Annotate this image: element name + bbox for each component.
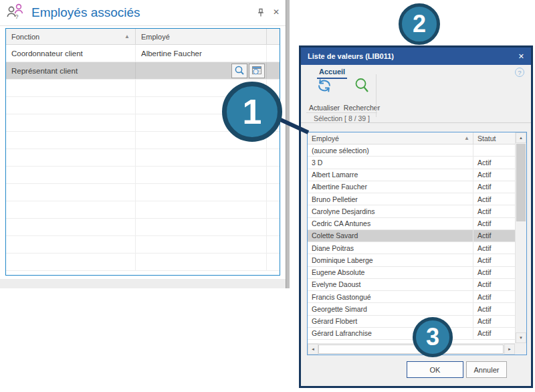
panel-title: Employés associés: [31, 5, 140, 20]
svg-text:?: ?: [15, 13, 19, 20]
table-row-empty[interactable]: [6, 167, 280, 184]
horizontal-scroll-thumb[interactable]: [318, 345, 504, 354]
group-separator: [306, 112, 377, 113]
employee-status: Actif: [473, 279, 515, 290]
table-row-empty[interactable]: [6, 149, 280, 167]
employee-name: Dominique Laberge: [308, 254, 473, 266]
employe-cell: [136, 62, 267, 79]
selection-count-label: Sélection [ 8 / 39 ]: [306, 114, 377, 122]
employee-status: Actif: [473, 291, 515, 302]
column-header-employe[interactable]: Employé ▲: [308, 132, 473, 144]
employee-status: Actif: [473, 230, 515, 241]
list-item[interactable]: Gérard LafranchiseActif: [308, 328, 515, 340]
panel-right-edge: [286, 0, 290, 288]
list-item[interactable]: Bruno PelletierActif: [308, 193, 515, 205]
vertical-scrollbar[interactable]: ▲ ▼: [515, 132, 526, 343]
magnifier-icon: [233, 65, 245, 76]
fonction-cell: Représentant client: [6, 62, 136, 79]
employee-status: Actif: [473, 181, 515, 193]
table-row-empty[interactable]: [6, 201, 280, 219]
employee-name: Evelyne Daoust: [308, 279, 473, 290]
cancel-button[interactable]: Annuler: [466, 361, 507, 378]
employee-status: Actif: [473, 157, 515, 168]
employee-status: Actif: [473, 193, 515, 205]
panel-bottom-strip: [0, 279, 286, 288]
employee-list-rows: (aucune sélection)3 DActifAlbert Lamarre…: [308, 144, 515, 343]
pin-icon[interactable]: [257, 8, 265, 20]
employee-status: Actif: [473, 316, 515, 327]
dialog-close-icon[interactable]: ✕: [518, 52, 524, 61]
employee-name: Francis Gastongué: [308, 291, 473, 302]
employee-name: Georgette Simard: [308, 303, 473, 314]
search-icon: [353, 77, 370, 94]
dialog-title: Liste de valeurs (LIB011): [308, 52, 518, 60]
employee-name: Bruno Pelletier: [308, 193, 473, 205]
refresh-icon: [316, 77, 333, 94]
scroll-down-icon[interactable]: ▼: [516, 332, 526, 343]
help-icon[interactable]: ?: [515, 68, 524, 77]
scroll-up-icon[interactable]: ▲: [516, 132, 526, 143]
table-row-selected[interactable]: Représentant client: [6, 62, 280, 80]
employee-name: Eugene Absolute: [308, 267, 473, 278]
list-item[interactable]: Colette SavardActif: [308, 230, 515, 242]
employee-name: Colette Savard: [308, 230, 473, 241]
scroll-right-icon[interactable]: ►: [504, 344, 515, 355]
list-lookup-icon: [251, 66, 263, 76]
callout-step-1: 1: [222, 82, 282, 142]
employee-name: Cedric CA Antunes: [308, 218, 473, 229]
list-item[interactable]: Gérard FlobertActif: [308, 316, 515, 328]
employee-name: Carolyne Desjardins: [308, 205, 473, 217]
employees-icon: ?: [5, 2, 25, 23]
list-item[interactable]: Eugene AbsoluteActif: [308, 267, 515, 279]
dialog-titlebar[interactable]: Liste de valeurs (LIB011) ✕: [301, 47, 531, 65]
scrollbar-corner: [515, 343, 526, 355]
list-item[interactable]: Albertine FaucherActif: [308, 181, 515, 193]
employee-status: [473, 144, 515, 156]
associated-employees-panel: ? Employés associés ✕ Fonction ▲ Employé…: [0, 0, 290, 288]
list-item[interactable]: Albert LamarreActif: [308, 169, 515, 181]
column-header-fonction[interactable]: Fonction ▲: [6, 29, 136, 44]
employee-status: Actif: [473, 169, 515, 181]
list-item[interactable]: 3 DActif: [308, 157, 515, 169]
panel-close-icon[interactable]: ✕: [273, 7, 280, 17]
refresh-button[interactable]: Actualiser: [306, 77, 342, 112]
ok-button[interactable]: OK: [407, 361, 463, 378]
list-item[interactable]: (aucune sélection): [308, 144, 515, 157]
horizontal-scrollbar[interactable]: ◄ ►: [308, 343, 515, 355]
ribbon-group-divider: [376, 74, 377, 117]
column-header-statut[interactable]: Statut: [473, 132, 515, 144]
table-row-empty[interactable]: [6, 184, 280, 201]
employee-status: Actif: [473, 218, 515, 229]
callout-step-3: 3: [413, 317, 453, 357]
employee-name: Diane Poitras: [308, 242, 473, 254]
list-header-row: Employé ▲ Statut: [308, 132, 515, 144]
list-item[interactable]: Georgette SimardActif: [308, 303, 515, 315]
callout-step-2: 2: [399, 3, 440, 45]
table-row-empty[interactable]: [6, 254, 280, 271]
employee-name: 3 D: [308, 157, 473, 168]
sort-asc-icon: ▲: [124, 33, 130, 39]
employee-name: (aucune sélection): [308, 144, 473, 156]
vertical-scroll-thumb[interactable]: [516, 144, 526, 221]
list-item[interactable]: Dominique LabergeActif: [308, 254, 515, 266]
table-row-empty[interactable]: [6, 219, 280, 236]
column-header-employe[interactable]: Employé: [136, 29, 267, 44]
employee-status: Actif: [473, 328, 515, 339]
browse-list-button[interactable]: [249, 64, 265, 78]
fonction-cell: Coordonnateur client: [6, 45, 136, 62]
sort-asc-icon: ▲: [464, 135, 469, 141]
list-item[interactable]: Francis GastonguéActif: [308, 291, 515, 303]
table-row[interactable]: Coordonnateur client Albertine Faucher: [6, 45, 280, 62]
list-item[interactable]: Evelyne DaoustActif: [308, 279, 515, 291]
scroll-left-icon[interactable]: ◄: [308, 344, 318, 355]
employee-status: Actif: [473, 267, 515, 278]
list-item[interactable]: Carolyne DesjardinsActif: [308, 205, 515, 217]
employee-status: Actif: [473, 242, 515, 254]
search-lookup-button[interactable]: [231, 64, 247, 78]
list-item[interactable]: Cedric CA AntunesActif: [308, 218, 515, 230]
ribbon: Accueil ? Actualiser Rechercher Sélectio…: [301, 65, 531, 123]
list-item[interactable]: Diane PoitrasActif: [308, 242, 515, 254]
employee-name: Albert Lamarre: [308, 169, 473, 181]
table-row-empty[interactable]: [6, 236, 280, 254]
employee-status: Actif: [473, 205, 515, 217]
